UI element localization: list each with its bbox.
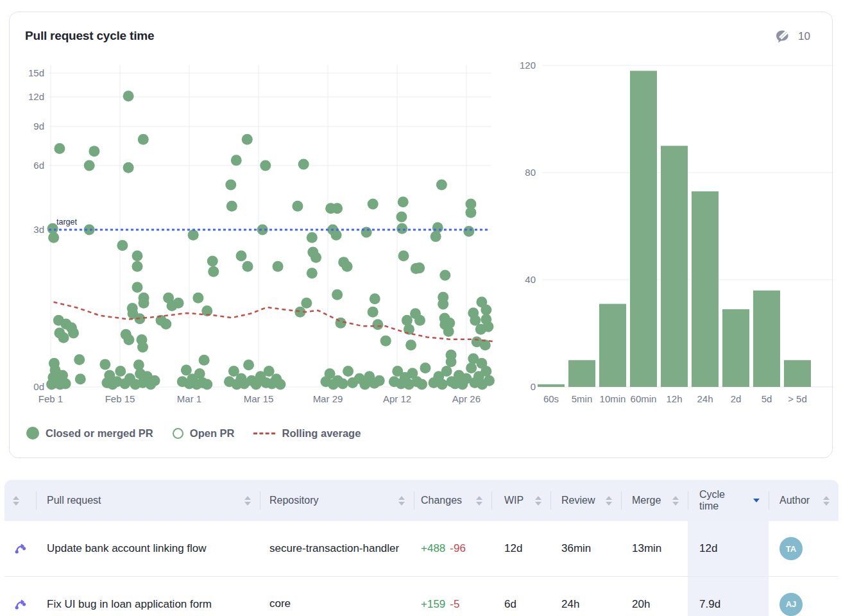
pr-review-time: 36min [550, 521, 621, 576]
card-title: Pull request cycle time [25, 29, 154, 43]
filled-circle-icon [26, 427, 39, 440]
svg-text:10min: 10min [600, 393, 626, 404]
header-pull-request[interactable]: Pull request [36, 480, 260, 521]
pr-wip-time: 6d [491, 577, 550, 616]
svg-text:12h: 12h [666, 393, 682, 404]
svg-text:Apr 12: Apr 12 [383, 393, 411, 404]
pr-cycle-time: 7.9d [688, 577, 769, 616]
svg-text:40: 40 [525, 274, 536, 285]
header-author[interactable]: Author [769, 480, 839, 521]
svg-text:5min: 5min [572, 393, 593, 404]
svg-text:5d: 5d [762, 393, 772, 404]
svg-text:Apr 26: Apr 26 [452, 393, 481, 404]
legend-item-open-pr[interactable]: Open PR [173, 427, 235, 440]
header-row-select[interactable] [4, 480, 36, 521]
header-changes[interactable]: Changes [414, 480, 491, 521]
legend-item-closed-merged[interactable]: Closed or merged PR [26, 427, 153, 440]
pr-repository: secure-transaction-handler [260, 521, 414, 576]
pr-cycle-time: 12d [688, 521, 769, 576]
svg-text:0d: 0d [33, 381, 44, 392]
pr-cell-icon [4, 577, 36, 616]
header-merge[interactable]: Merge [621, 480, 688, 521]
deletions-count: -96 [450, 542, 466, 555]
legend-label: Rolling average [282, 427, 361, 440]
table-body: Update bank account linking flow secure-… [4, 521, 839, 616]
table-row[interactable]: Fix UI bug in loan application form core… [4, 576, 839, 616]
legend-label: Open PR [190, 427, 235, 440]
pr-changes: +159 -5 [414, 577, 491, 616]
svg-text:120: 120 [520, 60, 536, 71]
comment-edit-icon [774, 29, 790, 44]
svg-text:60min: 60min [631, 393, 657, 404]
histogram-svg[interactable]: 0408012060s5min10min60min12h24h2d5d> 5d [514, 58, 841, 413]
svg-text:target: target [56, 218, 77, 227]
pr-repository: core [260, 577, 414, 616]
svg-text:3d: 3d [33, 224, 44, 235]
pr-wip-time: 12d [491, 521, 550, 576]
pr-changes: +488 -96 [414, 521, 491, 576]
table-header-row: Pull request Repository Changes WIP Revi… [4, 480, 839, 521]
svg-text:> 5d: > 5d [788, 393, 807, 404]
svg-text:Feb 1: Feb 1 [38, 393, 63, 404]
pull-requests-table: Pull request Repository Changes WIP Revi… [4, 480, 839, 616]
pr-title[interactable]: Update bank account linking flow [36, 521, 260, 576]
pull-request-icon [14, 598, 27, 611]
pr-cell-icon [4, 521, 36, 576]
dashed-line-icon [253, 432, 275, 434]
sort-icon [244, 496, 251, 506]
cycle-time-scatter-chart[interactable]: 0d3d6d9d12d15dFeb 1Feb 15Mar 1Mar 15Mar … [20, 58, 498, 415]
header-repository[interactable]: Repository [260, 480, 414, 521]
pull-request-icon [14, 542, 27, 555]
svg-text:15d: 15d [28, 67, 44, 78]
sort-icon [823, 496, 830, 506]
pr-review-time: 24h [550, 577, 621, 616]
svg-text:60s: 60s [543, 393, 559, 404]
chart-legend: Closed or merged PR Open PR Rolling aver… [26, 427, 361, 440]
svg-text:12d: 12d [28, 91, 44, 102]
svg-text:6d: 6d [33, 160, 44, 171]
additions-count: +159 [421, 598, 445, 611]
header-review[interactable]: Review [550, 480, 621, 521]
sort-icon [672, 496, 679, 506]
svg-text:Mar 15: Mar 15 [244, 393, 274, 404]
pr-author: AJ [769, 577, 839, 616]
additions-count: +488 [421, 542, 445, 555]
deletions-count: -5 [450, 598, 459, 611]
svg-text:24h: 24h [697, 393, 713, 404]
avatar: AJ [779, 593, 803, 616]
svg-text:2d: 2d [731, 393, 742, 404]
sort-icon [535, 496, 541, 506]
cycle-time-histogram-chart[interactable]: 0408012060s5min10min60min12h24h2d5d> 5d [514, 58, 841, 415]
legend-label: Closed or merged PR [46, 427, 153, 440]
pr-author: TA [769, 521, 839, 576]
dashboard-page: Pull request cycle time 10 0d3d6d9d12d15… [0, 0, 843, 616]
pr-merge-time: 13min [621, 521, 688, 576]
table-row[interactable]: Update bank account linking flow secure-… [4, 521, 839, 576]
svg-text:0: 0 [531, 381, 536, 392]
svg-text:Mar 29: Mar 29 [313, 393, 343, 404]
pr-title[interactable]: Fix UI bug in loan application form [36, 577, 260, 616]
svg-text:Feb 15: Feb 15 [105, 393, 135, 404]
sort-icon [606, 496, 612, 506]
svg-text:9d: 9d [33, 121, 44, 132]
sort-desc-icon [753, 499, 760, 502]
scatter-svg[interactable]: 0d3d6d9d12d15dFeb 1Feb 15Mar 1Mar 15Mar … [20, 58, 498, 413]
comments-button[interactable]: 10 [774, 29, 810, 44]
avatar: TA [779, 537, 803, 560]
svg-text:Mar 1: Mar 1 [177, 393, 201, 404]
comments-count: 10 [798, 30, 810, 43]
sort-icon [398, 496, 405, 506]
legend-item-rolling-average[interactable]: Rolling average [253, 427, 361, 440]
header-cycle-time-sorted[interactable]: Cycle time [688, 480, 769, 521]
pr-cycle-time-card: Pull request cycle time 10 0d3d6d9d12d15… [9, 12, 833, 458]
open-circle-icon [173, 428, 183, 439]
pr-merge-time: 20h [621, 577, 688, 616]
header-wip[interactable]: WIP [491, 480, 550, 521]
sort-icon [476, 496, 482, 506]
svg-text:80: 80 [525, 167, 536, 178]
sort-icon [13, 496, 19, 506]
